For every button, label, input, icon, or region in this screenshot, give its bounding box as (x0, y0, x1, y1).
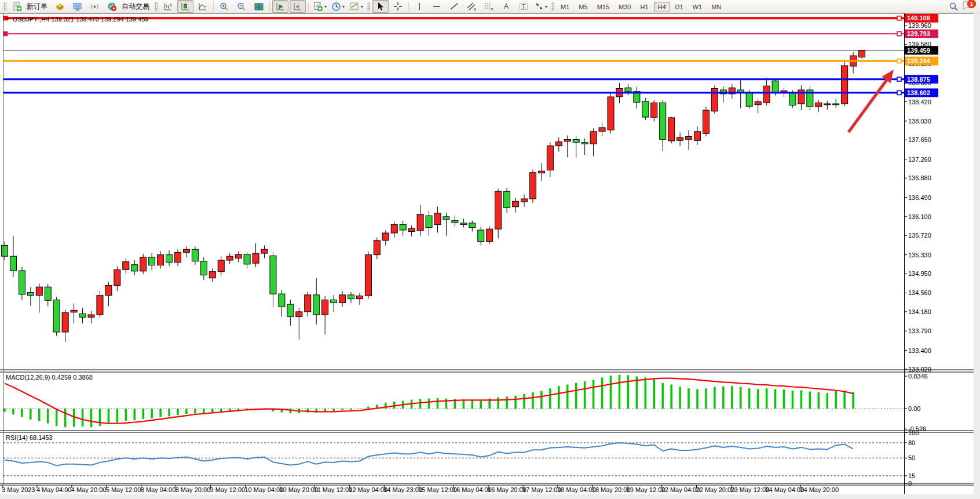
line-handle[interactable] (897, 77, 901, 81)
price-badge-label: 138.602 (907, 89, 930, 96)
candle (564, 140, 571, 141)
notifications-button[interactable]: 1 (962, 1, 974, 12)
chevron-down-icon: ▾ (545, 4, 547, 9)
line-chart-button[interactable] (195, 0, 211, 13)
time-axis: 3 May 20234 May 04:004 May 20:005 May 12… (2, 485, 839, 493)
candle (218, 260, 224, 272)
candle (460, 223, 467, 225)
price-tick-label: 138.420 (908, 99, 931, 105)
new-order-label[interactable]: 新订单 (27, 2, 47, 12)
candle (694, 132, 701, 140)
toolbar-grip[interactable] (551, 2, 554, 11)
timeframe-W1[interactable]: W1 (689, 2, 707, 12)
toolbar-grip[interactable] (367, 2, 370, 11)
zoom-out-button[interactable] (233, 0, 250, 13)
candle (755, 102, 761, 105)
candle (833, 104, 839, 105)
trendline-tool[interactable] (446, 0, 462, 13)
line-handle[interactable] (3, 32, 8, 36)
indicators-button[interactable]: ▾ (348, 0, 365, 13)
chart-shift-button[interactable] (290, 0, 306, 13)
candle (97, 296, 103, 315)
search-icon[interactable] (949, 2, 959, 12)
candlestick-chart-button[interactable] (177, 0, 193, 13)
autotrading-label[interactable]: 自动交易 (122, 2, 149, 12)
bottom-edge (0, 494, 980, 499)
bar-chart-button[interactable] (160, 0, 176, 13)
timeframe-M1[interactable]: M1 (557, 2, 573, 12)
candle (763, 86, 770, 103)
candle (599, 128, 605, 132)
timeframe-MN[interactable]: MN (707, 2, 725, 12)
price-badge-label: 139.244 (907, 57, 931, 64)
timeframe-D1[interactable]: D1 (671, 2, 688, 12)
toolbar-grip[interactable] (155, 2, 158, 11)
time-tick-label: 12 May 04:00 (349, 486, 387, 493)
tile-windows-button[interactable] (251, 0, 267, 13)
price-tick-label: 137.650 (908, 136, 931, 143)
line-handle[interactable] (897, 16, 901, 20)
candle (642, 101, 649, 117)
candle (200, 261, 207, 275)
price-tick-label: 135.720 (908, 232, 931, 239)
candle (313, 295, 320, 315)
line-handle[interactable] (897, 91, 901, 95)
crosshair-button[interactable] (390, 0, 406, 13)
timeframe-M5[interactable]: M5 (575, 2, 591, 12)
chart-canvas[interactable]: 139.960139.580139.190138.800138.420138.0… (0, 0, 980, 499)
candle (339, 295, 346, 303)
periods-button[interactable]: ▾ (330, 0, 346, 13)
price-badge-label: 138.875 (907, 76, 930, 83)
equidistant-channel-tool[interactable]: E (463, 0, 480, 13)
candle (590, 132, 597, 144)
price-tick-label: 136.100 (908, 213, 931, 220)
chevron-down-icon: ▾ (342, 4, 345, 9)
candle (816, 103, 822, 107)
channel-icon: E (466, 2, 477, 11)
price-tick-label: 136.490 (908, 194, 931, 201)
line-handle[interactable] (897, 32, 901, 36)
new-chart-icon (313, 2, 323, 12)
cursor-button[interactable] (372, 0, 389, 13)
text-tool[interactable]: A (498, 0, 514, 13)
symbol-caret-icon[interactable]: ▼ (5, 16, 10, 21)
rsi-tick-label: 15 (908, 472, 915, 479)
candle (123, 262, 129, 270)
time-tick-label: 5 May 12:00 (106, 486, 141, 493)
timeframe-group: M1M5M15M30H1H4D1W1MN (556, 1, 726, 12)
candle (478, 230, 484, 242)
price-badge-label: 139.793 (907, 30, 930, 37)
label-tool[interactable]: T (515, 0, 532, 13)
vertical-line-tool[interactable] (411, 0, 427, 13)
toolbar-grip[interactable] (3, 2, 6, 11)
candle (660, 103, 666, 139)
arrows-tool[interactable]: ▾ (533, 0, 549, 13)
candle (382, 233, 389, 241)
timeframe-M30[interactable]: M30 (615, 2, 635, 12)
candle (434, 213, 441, 225)
main-toolbar: 新订单 自动交易 (0, 0, 980, 13)
timeframe-M15[interactable]: M15 (593, 2, 613, 12)
zoom-in-button[interactable] (216, 0, 232, 13)
autotrading-button[interactable] (104, 0, 120, 13)
macd-tick-label: 0.8346 (908, 373, 928, 380)
gold-box-button[interactable] (52, 0, 68, 13)
price-tick-label: 134.180 (908, 308, 931, 315)
candle (625, 88, 631, 92)
notification-count-badge: 1 (967, 0, 976, 8)
timeframe-H4[interactable]: H4 (654, 2, 670, 12)
auto-scroll-button[interactable] (272, 0, 288, 13)
terminal-button[interactable] (69, 0, 85, 13)
fibonacci-tool[interactable]: F (481, 0, 497, 13)
line-handle[interactable] (897, 59, 901, 63)
new-order-button[interactable] (9, 0, 25, 13)
candle (287, 304, 294, 316)
candle (391, 224, 397, 233)
svg-text:F: F (491, 8, 493, 11)
time-tick-label: 16 May 04:00 (453, 486, 492, 493)
horizontal-line-tool[interactable] (429, 0, 445, 13)
cursor-icon (376, 2, 385, 11)
new-chart-button[interactable]: ▾ (311, 0, 328, 13)
signals-button[interactable] (86, 0, 103, 13)
timeframe-H1[interactable]: H1 (636, 2, 652, 12)
